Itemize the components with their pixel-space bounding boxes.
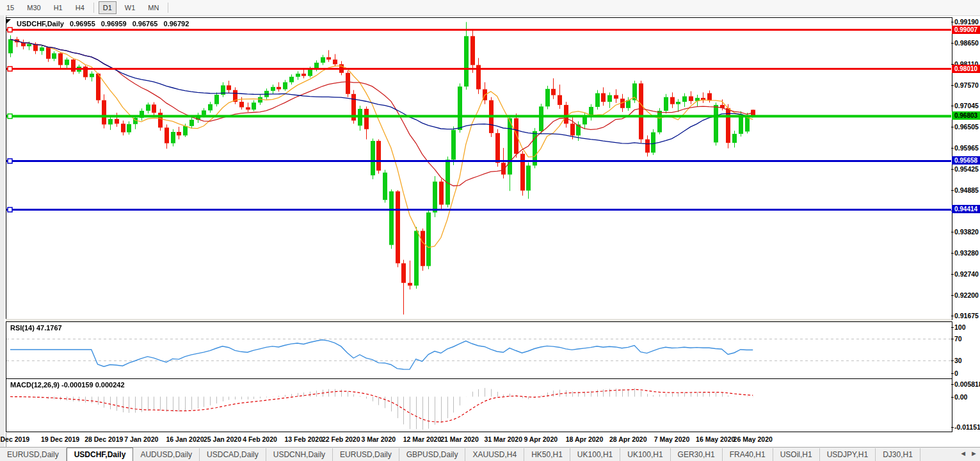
timeframe-button-w1[interactable]: W1 xyxy=(120,1,140,14)
price-line-badge: 0.99007 xyxy=(952,26,980,34)
price-line-badge: 0.94414 xyxy=(952,205,980,213)
date-axis-tick: 13 Feb 2020 xyxy=(284,435,323,443)
date-axis-tick: 28 Dec 2019 xyxy=(84,435,123,443)
macd-canvas[interactable] xyxy=(6,379,951,430)
date-axis-tick: 4 Feb 2020 xyxy=(243,435,277,443)
chart-tab-xauusd-h4[interactable]: XAUUSD,H4 xyxy=(465,448,524,461)
date-axis-tick: 25 Jan 2020 xyxy=(204,435,241,443)
ohlc-open: 0.96955 xyxy=(70,20,95,28)
price-axis-tick: 0.92740 xyxy=(954,270,979,278)
chart-tab-usdchf-daily[interactable]: USDCHF,Daily xyxy=(67,448,134,461)
price-axis-tick: 0.91675 xyxy=(954,312,979,319)
chart-tab-usdcnh-daily[interactable]: USDCNH,Daily xyxy=(266,448,333,461)
rsi-axis-tick: 100 xyxy=(954,323,966,331)
chart-tab-hk50-h1[interactable]: HK50,H1 xyxy=(524,448,570,461)
tab-scroll-right-icon[interactable]: ► xyxy=(970,449,977,457)
toolbar-separator xyxy=(93,3,94,13)
chart-tab-ger30-h1[interactable]: GER30,H1 xyxy=(671,448,723,461)
price-axis-tick: 0.93280 xyxy=(954,249,979,257)
ohlc-close: 0.96792 xyxy=(164,20,189,28)
timeframe-button-h1[interactable]: H1 xyxy=(49,1,67,14)
rsi-canvas[interactable] xyxy=(6,322,951,377)
chart-tab-audusd-daily[interactable]: AUDUSD,Daily xyxy=(133,448,200,461)
date-axis-tick: 9 Apr 2020 xyxy=(524,435,558,443)
rsi-axis-tick: 70 xyxy=(954,335,962,343)
price-axis-tick: 0.95425 xyxy=(954,165,979,173)
timeframe-button-h4[interactable]: H4 xyxy=(71,1,89,14)
price-axis-tick: 0.97045 xyxy=(954,102,979,109)
chart-tab-gbpusd-daily[interactable]: GBPUSD,Daily xyxy=(399,448,466,461)
chart-title: USDCHF,Daily 0.96955 0.96959 0.96765 0.9… xyxy=(17,20,193,28)
macd-axis-tick: 0.00 xyxy=(954,393,967,401)
chart-tab-eurusd-daily[interactable]: EURUSD,Daily xyxy=(0,448,67,461)
price-line-badge: 0.96803 xyxy=(952,111,980,120)
date-axis-tick: 19 Dec 2019 xyxy=(41,435,79,443)
price-axis-tick: 0.99190 xyxy=(954,18,979,26)
timeframe-button-15[interactable]: 15 xyxy=(2,1,19,14)
price-axis-tick: 0.93820 xyxy=(954,228,979,236)
toolbar-separator xyxy=(168,3,168,13)
date-axis-tick: 18 Apr 2020 xyxy=(566,435,604,443)
chart-tab-dj30-h1[interactable]: DJ30,H1 xyxy=(876,448,920,461)
chart-tab-eurusd-daily[interactable]: EURUSD,Daily xyxy=(333,448,399,461)
date-axis-tick: 7 May 2020 xyxy=(654,435,689,443)
chart-shift-marker-icon[interactable] xyxy=(6,19,11,24)
price-axis-tick: 0.94885 xyxy=(954,186,979,194)
timeframe-button-m30[interactable]: M30 xyxy=(22,1,45,14)
tab-scroll-arrows: ◄► xyxy=(956,449,977,457)
timeframe-toolbar: 15M30H1H4D1W1MN xyxy=(0,0,980,16)
macd-axis-tick: -0.011514 xyxy=(954,423,980,431)
macd-label: MACD(12,26,9) -0.000159 0.000242 xyxy=(10,381,125,389)
tab-scroll-left-icon[interactable]: ◄ xyxy=(960,449,967,457)
date-axis-tick: 3 Mar 2020 xyxy=(361,435,396,443)
date-axis-tick: 16 May 2020 xyxy=(696,435,735,443)
ohlc-high: 0.96959 xyxy=(101,20,127,28)
date-axis-tick: 28 Apr 2020 xyxy=(609,435,647,443)
macd-axis-tick: 0.005818 xyxy=(954,380,980,388)
price-chart-canvas[interactable] xyxy=(6,18,951,318)
chart-tab-uk100-h1[interactable]: UK100,H1 xyxy=(620,448,670,461)
chart-tab-fra40-h1[interactable]: FRA40,H1 xyxy=(723,448,773,461)
date-axis-tick: 31 Mar 2020 xyxy=(484,435,522,443)
date-axis-tick: 16 Jan 2020 xyxy=(166,435,204,443)
timeframe-button-mn[interactable]: MN xyxy=(143,1,163,14)
chart-tab-usdcad-daily[interactable]: USDCAD,Daily xyxy=(200,448,266,461)
price-axis-tick: 0.96505 xyxy=(954,123,979,131)
price-axis-tick: 0.98650 xyxy=(954,39,979,47)
date-axis-tick: 7 Jan 2020 xyxy=(124,435,158,443)
price-line-badge: 0.98010 xyxy=(952,65,980,73)
date-axis-tick: 10 Dec 2019 xyxy=(0,435,29,443)
price-line-badge: 0.95658 xyxy=(952,156,980,165)
price-axis-tick: 0.92200 xyxy=(954,291,979,299)
symbol-timeframe-label: USDCHF,Daily xyxy=(17,20,64,28)
date-axis-tick: 22 Feb 2020 xyxy=(322,435,360,443)
timeframe-button-d1[interactable]: D1 xyxy=(99,1,116,14)
date-axis-tick: 12 Mar 2020 xyxy=(403,435,442,443)
ohlc-low: 0.96765 xyxy=(133,20,158,28)
date-axis-tick: 26 May 2020 xyxy=(734,435,773,443)
rsi-axis-tick: 0 xyxy=(954,369,958,377)
chart-tab-bar: EURUSD,DailyUSDCHF,DailyAUDUSD,DailyUSDC… xyxy=(0,447,980,461)
date-axis-tick: 21 Mar 2020 xyxy=(440,435,479,443)
price-axis-tick: 0.95965 xyxy=(954,144,979,152)
rsi-axis-tick: 30 xyxy=(954,357,962,364)
price-axis-tick: 0.97570 xyxy=(954,81,979,89)
chart-tab-uk100-h1[interactable]: UK100,H1 xyxy=(570,448,620,461)
rsi-label: RSI(14) 47.1767 xyxy=(10,324,62,332)
chart-tab-usdjpy-h1[interactable]: USDJPY,H1 xyxy=(820,448,876,461)
chart-tab-usoil-h1[interactable]: USOil,H1 xyxy=(773,448,820,461)
